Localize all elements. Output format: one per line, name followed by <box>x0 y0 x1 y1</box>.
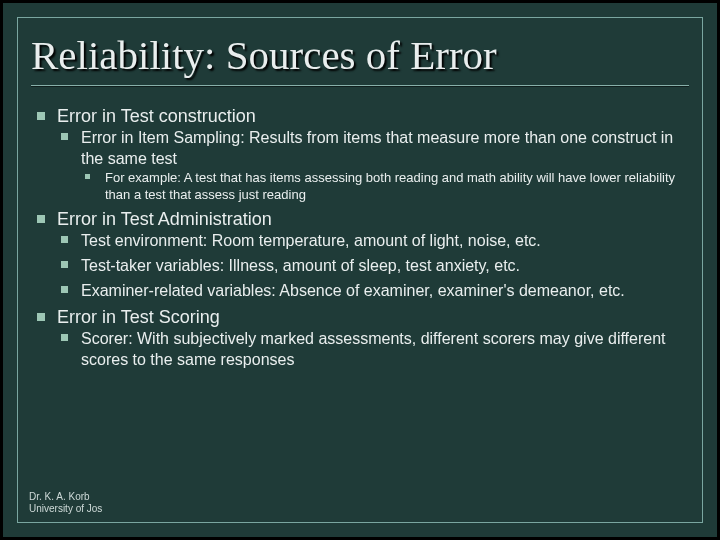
list-item-text: For example: A test that has items asses… <box>105 170 675 202</box>
slide: Reliability: Sources of Error Error in T… <box>0 0 720 540</box>
footer-author: Dr. K. A. Korb <box>29 491 102 503</box>
list-item: Error in Test Scoring Scorer: With subje… <box>33 306 687 371</box>
square-bullet-icon <box>85 174 90 179</box>
bullet-list-level3: For example: A test that has items asses… <box>81 170 687 204</box>
list-item: Scorer: With subjectively marked assessm… <box>57 329 687 371</box>
list-item-text: Test environment: Room temperature, amou… <box>81 232 541 249</box>
square-bullet-icon <box>37 112 45 120</box>
square-bullet-icon <box>37 313 45 321</box>
list-item-text: Error in Test Scoring <box>57 307 220 327</box>
square-bullet-icon <box>37 215 45 223</box>
slide-body: Error in Test construction Error in Item… <box>33 105 687 371</box>
list-item-text: Scorer: With subjectively marked assessm… <box>81 330 666 368</box>
square-bullet-icon <box>61 261 68 268</box>
list-item: For example: A test that has items asses… <box>81 170 687 204</box>
bullet-list-level2: Error in Item Sampling: Results from ite… <box>57 128 687 203</box>
list-item: Test-taker variables: Illness, amount of… <box>57 256 687 277</box>
list-item-text: Error in Item Sampling: Results from ite… <box>81 129 673 167</box>
list-item-text: Error in Test construction <box>57 106 256 126</box>
list-item-text: Test-taker variables: Illness, amount of… <box>81 257 520 274</box>
square-bullet-icon <box>61 334 68 341</box>
bullet-list-level1: Error in Test construction Error in Item… <box>33 105 687 371</box>
square-bullet-icon <box>61 286 68 293</box>
list-item: Examiner-related variables: Absence of e… <box>57 281 687 302</box>
square-bullet-icon <box>61 133 68 140</box>
list-item-text: Error in Test Administration <box>57 209 272 229</box>
bullet-list-level2: Test environment: Room temperature, amou… <box>57 231 687 301</box>
list-item: Test environment: Room temperature, amou… <box>57 231 687 252</box>
slide-footer: Dr. K. A. Korb University of Jos <box>29 491 102 515</box>
list-item-text: Examiner-related variables: Absence of e… <box>81 282 625 299</box>
list-item: Error in Test construction Error in Item… <box>33 105 687 204</box>
square-bullet-icon <box>61 236 68 243</box>
list-item: Error in Test Administration Test enviro… <box>33 208 687 302</box>
footer-affiliation: University of Jos <box>29 503 102 515</box>
list-item: Error in Item Sampling: Results from ite… <box>57 128 687 203</box>
bullet-list-level2: Scorer: With subjectively marked assessm… <box>57 329 687 371</box>
